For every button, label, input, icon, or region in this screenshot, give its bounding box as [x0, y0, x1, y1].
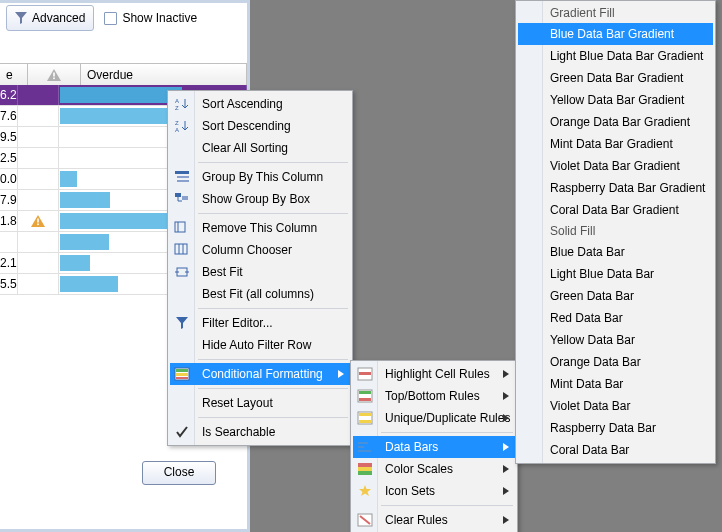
check-icon [174, 424, 190, 440]
menu-data-bar-option[interactable]: Violet Data Bar [518, 395, 713, 417]
show-inactive-checkbox[interactable]: Show Inactive [104, 11, 197, 25]
submenu-arrow-icon [503, 513, 509, 527]
menu-show-group-box[interactable]: Show Group By Box [170, 188, 350, 210]
menu-data-bar-option[interactable]: Yellow Data Bar Gradient [518, 89, 713, 111]
menu-column-chooser[interactable]: Column Chooser [170, 239, 350, 261]
menu-data-bar-option[interactable]: Raspberry Data Bar Gradient [518, 177, 713, 199]
menu-clear-rules[interactable]: Clear Rules [353, 509, 515, 531]
col-header-overdue[interactable]: Overdue [81, 64, 247, 86]
menu-highlight-cell-rules[interactable]: Highlight Cell Rules [353, 363, 515, 385]
svg-rect-32 [358, 446, 364, 448]
menu-data-bar-option[interactable]: Orange Data Bar Gradient [518, 111, 713, 133]
menu-data-bar-option[interactable]: Mint Data Bar [518, 373, 713, 395]
cell-value: 0.00 [0, 169, 18, 189]
menu-group-title: Gradient Fill [518, 3, 713, 23]
clear-rules-icon [357, 512, 373, 528]
menu-top-bottom-rules[interactable]: Top/Bottom Rules [353, 385, 515, 407]
top-bottom-icon [357, 388, 373, 404]
svg-rect-27 [359, 398, 371, 401]
cell-warning [18, 148, 59, 168]
svg-rect-33 [358, 450, 371, 452]
menu-color-scales[interactable]: Color Scales [353, 458, 515, 480]
svg-rect-26 [359, 391, 371, 394]
menu-best-fit-all[interactable]: Best Fit (all columns) [170, 283, 350, 305]
menu-data-bars[interactable]: Data Bars [353, 436, 515, 458]
menu-conditional-formatting[interactable]: Conditional Formatting [170, 363, 350, 385]
menu-data-bar-option[interactable]: Violet Data Bar Gradient [518, 155, 713, 177]
data-bar [60, 276, 118, 292]
color-scales-icon [357, 461, 373, 477]
menu-data-bar-option[interactable]: Green Data Bar Gradient [518, 67, 713, 89]
column-chooser-icon [174, 242, 190, 258]
svg-rect-21 [176, 373, 188, 376]
cell-warning [18, 253, 59, 273]
svg-rect-34 [358, 463, 372, 467]
svg-rect-24 [359, 372, 371, 375]
col-header-warning[interactable] [28, 64, 81, 86]
menu-data-bar-option[interactable]: Blue Data Bar [518, 241, 713, 263]
menu-data-bar-option[interactable]: Coral Data Bar Gradient [518, 199, 713, 221]
menu-sort-ascending[interactable]: AZ Sort Ascending [170, 93, 350, 115]
svg-rect-8 [175, 171, 189, 174]
submenu-arrow-icon [503, 484, 509, 498]
col-header-left[interactable]: e [0, 64, 28, 86]
menu-data-bar-option[interactable]: Coral Data Bar [518, 439, 713, 461]
checkbox-icon [104, 12, 117, 25]
menu-hide-auto-filter[interactable]: Hide Auto Filter Row [170, 334, 350, 356]
cell-value: 9.50 [0, 127, 18, 147]
menu-remove-column[interactable]: Remove This Column [170, 217, 350, 239]
conditional-formatting-icon [174, 366, 190, 382]
menu-data-bar-option[interactable]: Light Blue Data Bar [518, 263, 713, 285]
close-button[interactable]: Close [142, 461, 216, 485]
menu-data-bar-option[interactable]: Orange Data Bar [518, 351, 713, 373]
data-bar [60, 87, 182, 103]
svg-rect-15 [175, 244, 187, 254]
cell-value: 2.10 [0, 253, 18, 273]
menu-data-bar-option[interactable]: Green Data Bar [518, 285, 713, 307]
menu-clear-sorting[interactable]: Clear All Sorting [170, 137, 350, 159]
menu-sort-descending[interactable]: ZA Sort Descending [170, 115, 350, 137]
data-bar [60, 171, 77, 187]
svg-rect-3 [37, 224, 39, 226]
menu-data-bar-option[interactable]: Mint Data Bar Gradient [518, 133, 713, 155]
menu-data-bar-option[interactable]: Light Blue Data Bar Gradient [518, 45, 713, 67]
menu-data-bar-option[interactable]: Raspberry Data Bar [518, 417, 713, 439]
svg-text:Z: Z [175, 120, 179, 126]
cell-value: 2.50 [0, 148, 18, 168]
advanced-button[interactable]: Advanced [6, 5, 94, 31]
svg-rect-36 [358, 471, 372, 475]
cell-warning [18, 85, 59, 105]
menu-data-bar-option[interactable]: Yellow Data Bar [518, 329, 713, 351]
svg-text:A: A [175, 98, 179, 104]
svg-rect-13 [175, 222, 185, 232]
sort-desc-icon: ZA [174, 118, 190, 134]
menu-icon-sets[interactable]: Icon Sets [353, 480, 515, 502]
menu-unique-duplicate-rules[interactable]: Unique/Duplicate Rules [353, 407, 515, 429]
menu-filter-editor[interactable]: Filter Editor... [170, 312, 350, 334]
cell-value [0, 232, 18, 252]
cell-value: 7.60 [0, 106, 18, 126]
conditional-formatting-submenu: Highlight Cell Rules Top/Bottom Rules Un… [350, 360, 518, 532]
column-context-menu: AZ Sort Ascending ZA Sort Descending Cle… [167, 90, 353, 446]
funnel-icon [174, 315, 190, 331]
warning-icon [47, 69, 61, 81]
submenu-arrow-icon [503, 389, 509, 403]
svg-rect-12 [182, 196, 188, 200]
best-fit-icon [174, 264, 190, 280]
toolbar: Advanced Show Inactive [0, 3, 247, 33]
cell-warning [18, 127, 59, 147]
cell-value: 6.23 [0, 85, 18, 105]
submenu-arrow-icon [503, 440, 509, 454]
menu-is-searchable[interactable]: Is Searchable [170, 421, 350, 443]
data-bar [60, 192, 110, 208]
menu-best-fit[interactable]: Best Fit [170, 261, 350, 283]
menu-group-by-column[interactable]: Group By This Column [170, 166, 350, 188]
menu-data-bar-option[interactable]: Red Data Bar [518, 307, 713, 329]
svg-rect-31 [358, 442, 368, 444]
cell-warning [18, 106, 59, 126]
warning-icon [31, 215, 45, 227]
menu-reset-layout[interactable]: Reset Layout [170, 392, 350, 414]
svg-rect-35 [358, 467, 372, 471]
menu-data-bar-option[interactable]: Blue Data Bar Gradient [518, 23, 713, 45]
svg-marker-37 [359, 485, 371, 496]
